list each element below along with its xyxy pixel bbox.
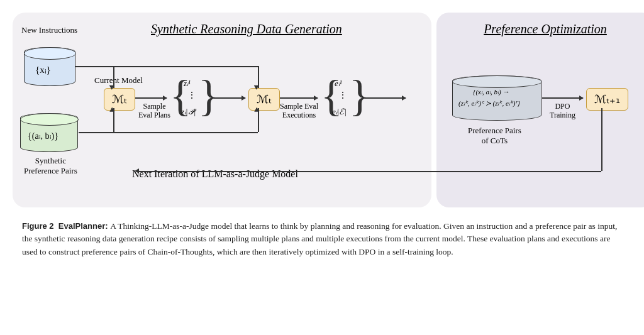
arrow-ab-up-h [79, 132, 113, 133]
arrow-mt2-to-e [280, 97, 318, 99]
arrow-ab2-head [256, 108, 257, 109]
arrow-e-to-cyl [365, 97, 406, 99]
model-mt-2: ℳₜ [248, 88, 280, 111]
arrow-z-to-mt2 [214, 97, 245, 99]
caption-fig-label: Figure 2 [22, 221, 54, 231]
math-z1: zᵢ¹ [184, 79, 191, 89]
math-pref-bot: (zᵢᵏ, eᵢᵏ)ᶜ ≻ (zᵢᵏ, eᵢᵏ)ʳ} [458, 99, 520, 107]
arrow-xi-long-v [258, 66, 259, 88]
caption-title: EvalPlanner: [58, 221, 108, 231]
brace-e-right: } [349, 79, 370, 114]
panel-title-right: Preference Optimization [436, 22, 644, 36]
panel-title-left: Synthetic Reasoning Data Generation [151, 22, 342, 36]
math-e1: eᵢ¹ [335, 79, 342, 89]
label-dpo: DPO Training [550, 102, 575, 120]
arrow-cyl-to-mt1 [542, 97, 583, 99]
model-mt-1: ℳₜ [104, 88, 135, 111]
vdots-e: ⋮ [338, 93, 347, 97]
label-current-model: Current Model [94, 75, 143, 85]
brace-z-right: } [198, 79, 219, 114]
arrow-xi-down-v [113, 66, 114, 88]
panel-synthetic-data: Synthetic Reasoning Data Generation New … [13, 13, 431, 207]
cylinder-pairs-label: {(aᵢ, bᵢ)} [28, 131, 58, 141]
label-new-instructions: New Instructions [21, 25, 77, 35]
arrow-ab-head [111, 108, 113, 109]
feedback-arrowhead [135, 168, 139, 173]
cylinder-instructions-label: {xᵢ} [35, 64, 51, 75]
label-sample-exec: Sample Eval Executions [280, 102, 318, 120]
model-mt-plus-1: ℳₜ₊₁ [586, 88, 628, 111]
label-sample-plans: Sample Eval Plans [138, 102, 170, 120]
math-pref-top: {(xᵢ, aᵢ, bᵢ) → [473, 88, 509, 96]
math-eE: eᵢ|ℰ| [332, 107, 347, 117]
arrow-ab-long-h [113, 132, 258, 133]
label-next-iteration: Next Iteration of LLM-as-a-Judge Model [132, 168, 298, 180]
label-pref-cots: Preference Pairs of CoTs [468, 126, 521, 145]
caption-body: A Thinking-LLM-as-a-Judge model that lea… [22, 221, 617, 256]
panel-preference-opt: Preference Optimization {(xᵢ, aᵢ, bᵢ) → … [436, 13, 644, 207]
arrow-xi-head [111, 88, 113, 89]
diagram-container: Synthetic Reasoning Data Generation New … [13, 13, 631, 207]
figure-caption: Figure 2 EvalPlanner: A Thinking-LLM-as-… [13, 220, 631, 258]
cylinder-cot-pairs [452, 75, 541, 121]
math-zp: zᵢ|𝒫| [181, 107, 196, 117]
vdots-z: ⋮ [187, 93, 196, 97]
arrow-xi-long-h [113, 66, 258, 67]
feedback-h [138, 171, 601, 172]
arrow-mt-to-z [135, 97, 167, 99]
label-synthetic-pairs: Synthetic Preference Pairs [24, 156, 77, 175]
arrow-xi2-head [256, 88, 257, 89]
feedback-v1 [601, 108, 602, 171]
arrow-xi-down-h [75, 66, 113, 67]
